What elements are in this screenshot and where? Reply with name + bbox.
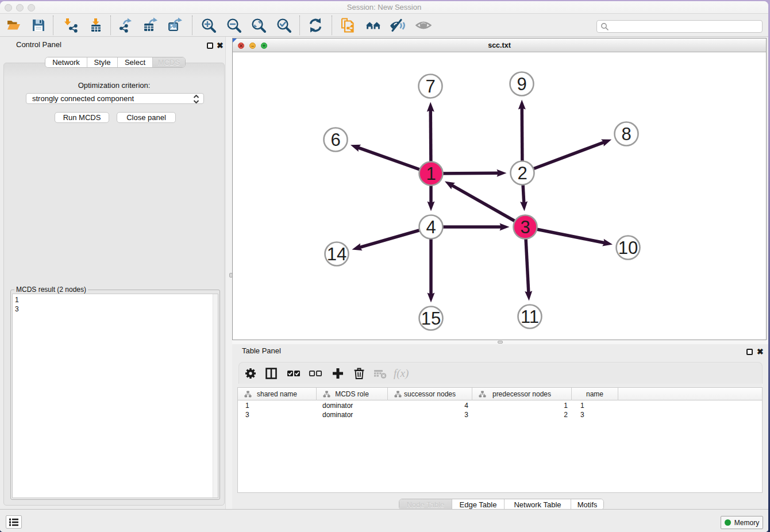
- export-network-icon[interactable]: [117, 17, 134, 34]
- tab-select[interactable]: Select: [118, 57, 153, 67]
- table-panel-close-icon[interactable]: ✖: [757, 348, 764, 356]
- control-panel-close-icon[interactable]: ✖: [217, 41, 224, 49]
- refresh-layout-icon[interactable]: [307, 17, 324, 34]
- table-panel-float-icon[interactable]: [746, 349, 753, 355]
- mcds-result-group: MCDS result (2 nodes) 1 3: [10, 290, 220, 500]
- task-history-button[interactable]: [6, 515, 22, 529]
- table-cell[interactable]: 1: [572, 401, 618, 410]
- search-icon: [600, 22, 609, 31]
- save-session-icon[interactable]: [30, 17, 47, 34]
- toolbar-separator: [299, 16, 300, 35]
- zoom-in-icon[interactable]: [200, 17, 217, 34]
- home-network-icon[interactable]: [364, 17, 382, 34]
- search-input[interactable]: [611, 21, 759, 32]
- function-builder-icon: f(x): [392, 365, 413, 382]
- column-header-successor-nodes[interactable]: successor nodes: [388, 388, 472, 400]
- control-panel-float-icon[interactable]: [207, 43, 213, 49]
- open-file-icon[interactable]: [5, 17, 22, 34]
- graph-node-label-14: 14: [327, 244, 346, 264]
- toolbar-separator: [53, 16, 53, 35]
- column-header-MCDS-role[interactable]: MCDS role: [317, 388, 388, 400]
- gear-icon[interactable]: [242, 365, 259, 382]
- column-header-label: shared name: [257, 390, 297, 398]
- table-cell[interactable]: 2: [472, 410, 572, 419]
- graph-node-label-9: 9: [517, 74, 526, 94]
- table-row[interactable]: 1dominator411: [238, 401, 762, 410]
- graph-edge-3-1[interactable]: [452, 185, 525, 227]
- export-image-icon[interactable]: [167, 17, 184, 34]
- criterion-dropdown[interactable]: strongly connected component: [26, 93, 204, 104]
- app-window: Session: New Session: [0, 1, 768, 532]
- toolbar-separator: [192, 16, 192, 35]
- graph-edge-2-8[interactable]: [522, 142, 604, 173]
- tab-network-table[interactable]: Network Table: [505, 499, 571, 510]
- table-cell[interactable]: 1: [238, 401, 317, 410]
- table-panel-title: Table Panel: [242, 346, 281, 355]
- tab-motifs[interactable]: Motifs: [571, 499, 603, 510]
- graph-node-label-2: 2: [517, 163, 527, 183]
- table-cell[interactable]: 3: [572, 410, 618, 419]
- column-header-label: successor nodes: [404, 390, 456, 398]
- control-panel-tab-pane: Optimization criterion: strongly connect…: [3, 63, 225, 506]
- graph-node-label-6: 6: [330, 130, 340, 150]
- graph-arrowhead-2-9: [518, 99, 526, 109]
- control-panel: Control Panel ✖ Optimization criterion: …: [0, 37, 225, 509]
- close-panel-button[interactable]: Close panel: [117, 112, 176, 123]
- table-toolbar: f(x): [238, 362, 763, 384]
- horizontal-splitter[interactable]: [232, 340, 768, 344]
- main-content: Control Panel ✖ Optimization criterion: …: [0, 37, 768, 509]
- vertical-splitter[interactable]: [225, 37, 232, 509]
- status-bar: Memory: [0, 509, 768, 532]
- result-scrollbar[interactable]: [213, 294, 218, 498]
- column-header-predecessor-nodes[interactable]: predecessor nodes: [472, 388, 572, 400]
- memory-button[interactable]: Memory: [721, 516, 763, 529]
- tab-node-table[interactable]: Node Table: [399, 499, 452, 510]
- clone-network-icon[interactable]: [339, 17, 356, 34]
- table-cell[interactable]: 1: [472, 401, 572, 410]
- select-all-icon[interactable]: [285, 365, 302, 382]
- mcds-result-title: MCDS result (2 nodes): [14, 286, 88, 294]
- table-row[interactable]: 3dominator323: [238, 410, 762, 419]
- control-panel-title: Control Panel: [16, 40, 61, 49]
- graph-arrowhead-1-2: [496, 169, 506, 177]
- column-header-shared-name[interactable]: shared name: [238, 388, 317, 400]
- network-graph: 1234678910111415: [233, 53, 766, 340]
- dropdown-chevrons-icon: [193, 95, 199, 103]
- hsplitter-grip[interactable]: [498, 341, 503, 344]
- deselect-all-icon[interactable]: [307, 365, 324, 382]
- import-table-icon[interactable]: [87, 17, 105, 34]
- svg-text:f(x): f(x): [394, 367, 409, 380]
- column-header-label: predecessor nodes: [492, 390, 551, 398]
- tab-edge-table[interactable]: Edge Table: [452, 499, 505, 510]
- hide-panel-icon[interactable]: [389, 17, 406, 34]
- show-eye-icon[interactable]: [415, 17, 432, 34]
- toolbar-separator: [110, 16, 111, 35]
- tab-style[interactable]: Style: [87, 57, 118, 67]
- graph-node-label-8: 8: [621, 124, 631, 144]
- table-cell[interactable]: 3: [238, 410, 317, 419]
- mcds-result-textarea[interactable]: 1 3: [12, 294, 218, 498]
- add-column-icon[interactable]: [329, 365, 346, 382]
- export-table-icon[interactable]: [142, 17, 159, 34]
- delete-column-icon[interactable]: [351, 365, 368, 382]
- table-cell[interactable]: dominator: [317, 401, 388, 410]
- memory-status-icon: [725, 519, 731, 526]
- column-header-name[interactable]: name: [572, 388, 618, 400]
- table-cell[interactable]: 4: [388, 401, 472, 410]
- search-field[interactable]: [596, 20, 763, 33]
- zoom-fit-icon[interactable]: [250, 17, 267, 34]
- network-canvas[interactable]: 1234678910111415: [233, 53, 766, 340]
- delete-table-icon: [372, 365, 389, 382]
- table-cell[interactable]: dominator: [317, 410, 388, 419]
- graph-arrowhead-1-7: [427, 102, 434, 111]
- main-toolbar: [0, 14, 768, 37]
- graph-node-label-15: 15: [421, 309, 441, 329]
- columns-icon[interactable]: [263, 365, 280, 382]
- zoom-out-icon[interactable]: [225, 17, 242, 34]
- tab-mcds[interactable]: MCDS: [153, 57, 185, 67]
- tab-network[interactable]: Network: [45, 57, 87, 67]
- import-network-icon[interactable]: [62, 17, 79, 34]
- table-cell[interactable]: 3: [388, 410, 472, 419]
- zoom-selected-icon[interactable]: [275, 17, 292, 34]
- run-mcds-button[interactable]: Run MCDS: [55, 112, 109, 123]
